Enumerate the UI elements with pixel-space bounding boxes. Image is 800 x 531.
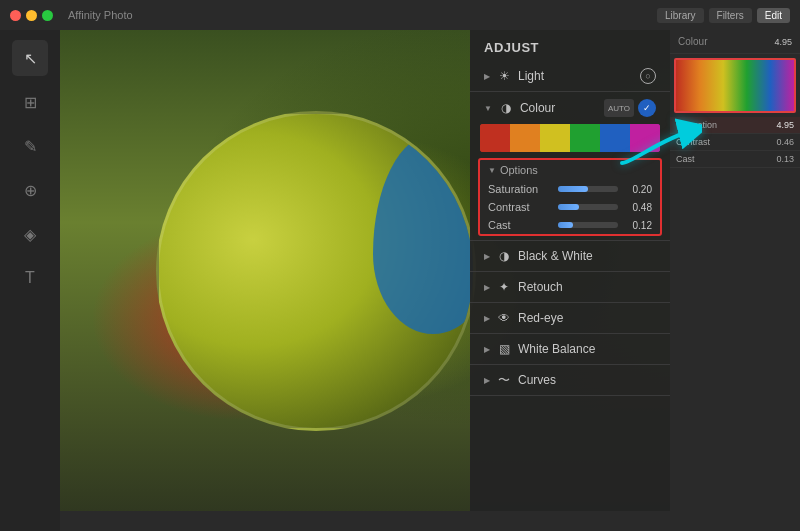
retouch-section-label: Retouch — [518, 280, 656, 294]
contrast-option-row[interactable]: Contrast 0.48 — [480, 198, 660, 216]
curves-section-icon: 〜 — [496, 372, 512, 388]
saturation-slider-fill — [558, 186, 588, 192]
bw-section: ▶ ◑ Black & White — [470, 241, 670, 272]
cast-slider-fill — [558, 222, 573, 228]
top-bar-buttons: Library Filters Edit — [657, 8, 790, 23]
light-section-header[interactable]: ▶ ☀ Light ○ — [470, 61, 670, 91]
retouch-chevron-icon: ▶ — [484, 283, 490, 292]
options-label: Options — [500, 164, 538, 176]
light-section-icon: ☀ — [496, 68, 512, 84]
colour-chevron-icon: ▼ — [484, 104, 492, 113]
saturation-label: Saturation — [488, 183, 552, 195]
sidebar-brush-tool[interactable]: ✎ — [12, 128, 48, 164]
app-title: Affinity Photo — [68, 9, 133, 21]
wb-section-icon: ▧ — [496, 341, 512, 357]
magnify-circle — [156, 111, 476, 431]
right-panel-header: Colour 4.95 — [670, 30, 800, 54]
adjust-panel-header: ADJUST — [470, 30, 670, 61]
colour-strip-green — [570, 124, 600, 152]
sidebar-filter-tool[interactable]: ◈ — [12, 216, 48, 252]
retouch-section-icon: ✦ — [496, 279, 512, 295]
wb-chevron-icon: ▶ — [484, 345, 490, 354]
colour-section-label: Colour — [520, 101, 598, 115]
edit-button[interactable]: Edit — [757, 8, 790, 23]
wb-section-label: White Balance — [518, 342, 656, 356]
right-panel: Colour 4.95 Saturation 4.95 Contrast 0.4… — [670, 30, 800, 531]
adjust-panel: ADJUST ▶ ☀ Light ○ ▼ ◑ Colour AUTO ✓ — [470, 30, 670, 511]
light-chevron-icon: ▶ — [484, 72, 490, 81]
redeye-section-icon: 👁 — [496, 310, 512, 326]
rp-contrast-value: 0.46 — [776, 137, 794, 147]
sidebar-text-tool[interactable]: T — [12, 260, 48, 296]
curves-section-label: Curves — [518, 373, 656, 387]
colour-check-button[interactable]: ✓ — [638, 99, 656, 117]
filters-button[interactable]: Filters — [709, 8, 752, 23]
saturation-slider[interactable] — [558, 186, 618, 192]
wb-section: ▶ ▧ White Balance — [470, 334, 670, 365]
bw-section-icon: ◑ — [496, 248, 512, 264]
light-section-label: Light — [518, 69, 634, 83]
colour-section-controls: AUTO ✓ — [604, 99, 656, 117]
bw-section-header[interactable]: ▶ ◑ Black & White — [470, 241, 670, 271]
saturation-option-row[interactable]: Saturation 0.20 — [480, 180, 660, 198]
close-button[interactable] — [10, 10, 21, 21]
bottom-bar — [60, 511, 670, 531]
retouch-section-header[interactable]: ▶ ✦ Retouch — [470, 272, 670, 302]
contrast-label: Contrast — [488, 201, 552, 213]
library-button[interactable]: Library — [657, 8, 704, 23]
bw-chevron-icon: ▶ — [484, 252, 490, 261]
options-chevron-icon: ▼ — [488, 166, 496, 175]
colour-strip-yellow — [540, 124, 570, 152]
curves-section: ▶ 〜 Curves — [470, 365, 670, 396]
top-bar: Affinity Photo Library Filters Edit — [0, 0, 800, 30]
wb-section-header[interactable]: ▶ ▧ White Balance — [470, 334, 670, 364]
redeye-section-header[interactable]: ▶ 👁 Red-eye — [470, 303, 670, 333]
cast-slider[interactable] — [558, 222, 618, 228]
bw-section-label: Black & White — [518, 249, 656, 263]
cast-label: Cast — [488, 219, 552, 231]
redeye-section: ▶ 👁 Red-eye — [470, 303, 670, 334]
light-circle-button[interactable]: ○ — [640, 68, 656, 84]
retouch-section: ▶ ✦ Retouch — [470, 272, 670, 303]
rp-saturation-value: 4.95 — [776, 120, 794, 130]
contrast-slider-fill — [558, 204, 579, 210]
cyan-arrow-annotation — [612, 118, 702, 177]
redeye-chevron-icon: ▶ — [484, 314, 490, 323]
light-section-controls: ○ — [640, 68, 656, 84]
cast-value: 0.12 — [624, 220, 652, 231]
redeye-section-label: Red-eye — [518, 311, 656, 325]
colour-section-icon: ◑ — [498, 100, 514, 116]
colour-strip-orange — [510, 124, 540, 152]
left-sidebar: ↖ ⊞ ✎ ⊕ ◈ T — [0, 30, 60, 531]
curves-section-header[interactable]: ▶ 〜 Curves — [470, 365, 670, 395]
sidebar-select-tool[interactable]: ↖ — [12, 40, 48, 76]
maximize-button[interactable] — [42, 10, 53, 21]
curves-chevron-icon: ▶ — [484, 376, 490, 385]
rp-cast-value: 0.13 — [776, 154, 794, 164]
right-panel-title: Colour — [678, 36, 707, 47]
colour-thumbnail-strip[interactable] — [674, 58, 796, 113]
colour-strip-red — [480, 124, 510, 152]
sidebar-crop-tool[interactable]: ⊞ — [12, 84, 48, 120]
sidebar-heal-tool[interactable]: ⊕ — [12, 172, 48, 208]
traffic-lights — [10, 10, 53, 21]
contrast-value: 0.48 — [624, 202, 652, 213]
cast-option-row[interactable]: Cast 0.12 — [480, 216, 660, 234]
light-section: ▶ ☀ Light ○ — [470, 61, 670, 92]
right-panel-value: 4.95 — [774, 37, 792, 47]
colour-auto-button[interactable]: AUTO — [604, 99, 634, 117]
contrast-slider[interactable] — [558, 204, 618, 210]
saturation-value: 0.20 — [624, 184, 652, 195]
minimize-button[interactable] — [26, 10, 37, 21]
